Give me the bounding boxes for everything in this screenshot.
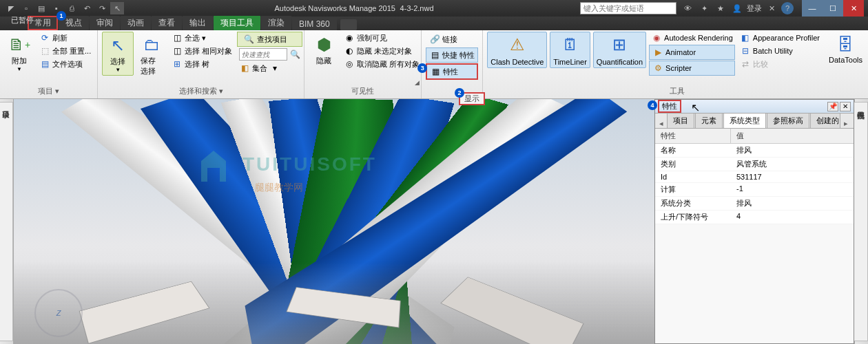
sets-button[interactable]: ◧集合▾: [237, 62, 302, 74]
panel-pin-icon[interactable]: 📌: [827, 102, 838, 111]
save-sel-icon: 🗀: [141, 34, 163, 56]
binoculars-icon[interactable]: 👁: [681, 2, 694, 14]
save-selection-button[interactable]: 🗀 保存选择: [136, 32, 167, 78]
select-same-button[interactable]: ◫选择 相同对象: [169, 45, 234, 57]
compare-button[interactable]: ⇄比较: [738, 58, 822, 70]
prop-tab-element[interactable]: 元素: [695, 113, 723, 128]
appear-icon: ◧: [740, 32, 751, 43]
reset-all-button[interactable]: ⬚全部 重置...: [37, 45, 93, 57]
links-button[interactable]: 🔗链接: [426, 32, 478, 47]
new-icon[interactable]: ▫: [19, 2, 33, 14]
side-tab-savedviews[interactable]: 保存的视点: [854, 102, 868, 341]
tab-output[interactable]: 输出: [183, 16, 213, 30]
tab-animation[interactable]: 动画: [121, 16, 151, 30]
quick-props-button[interactable]: ▤快捷 特性: [426, 47, 478, 63]
quantification-button[interactable]: ⊞Quantification: [593, 32, 646, 68]
ribbon: 🗎+ 附加▼ ⟳刷新 ⬚全部 重置... ▤文件选项 项目 ▾ ↖ 选择▼ 🗀 …: [0, 30, 868, 99]
title-bar: ◤ ▫ ▤ ▪ ⎙ ↶ ↷ ↖ Autodesk Navisworks Mana…: [0, 0, 868, 17]
rendering-button[interactable]: ◉Autodesk Rendering: [649, 32, 735, 44]
unhide-all-button[interactable]: ◎取消隐藏 所有对象: [342, 58, 422, 70]
animator-button[interactable]: ▶Animator: [649, 45, 735, 60]
vis-expand-icon[interactable]: ◢: [415, 79, 420, 86]
hide-button[interactable]: ⬢ 隐藏: [309, 32, 339, 68]
ribbon-group-project: 🗎+ 附加▼ ⟳刷新 ⬚全部 重置... ▤文件选项 项目 ▾: [0, 30, 98, 98]
refresh-button[interactable]: ⟳刷新: [37, 32, 93, 44]
selection-tree-button[interactable]: ⊞选择 树: [169, 58, 234, 70]
right-side-strip: 保存的视点: [854, 99, 868, 344]
user-icon[interactable]: 👤: [730, 2, 744, 14]
hide-icon: ⬢: [313, 34, 335, 56]
quant-icon: ⊞: [608, 34, 630, 56]
ribbon-group-visibility: ⬢ 隐藏 ◉强制可见 ◐隐藏 未选定对象 ◎取消隐藏 所有对象 可见性 ◢: [304, 30, 422, 98]
star-icon[interactable]: ★: [714, 2, 727, 14]
ribbon-group-select: ↖ 选择▼ 🗀 保存选择 ◫全选 ▾ ◫选择 相同对象 ⊞选择 树 🔍查找项目 …: [98, 30, 304, 98]
require-button[interactable]: ◉强制可见: [342, 32, 422, 44]
key-icon[interactable]: ✦: [697, 2, 711, 14]
require-icon: ◉: [344, 32, 355, 43]
prop-row[interactable]: 上升/下降符号4: [655, 211, 854, 224]
login-label[interactable]: 登录: [747, 3, 762, 14]
prop-row[interactable]: 系统分类排风: [655, 197, 854, 211]
tab-render[interactable]: 渲染: [261, 16, 291, 30]
appearance-profiler-button[interactable]: ◧Appearance Profiler: [738, 32, 822, 44]
batch-icon: ⊟: [740, 45, 751, 56]
hide-unselected-button[interactable]: ◐隐藏 未选定对象: [342, 45, 422, 57]
datatools-icon: 🗄: [834, 34, 856, 56]
window-title: Autodesk Navisworks Manage 2015 4-3-2.nw…: [128, 3, 580, 13]
tab-bim360[interactable]: BIM 360: [292, 18, 337, 30]
scripter-button[interactable]: ⚙Scripter: [649, 61, 735, 76]
refresh-icon: ⟳: [39, 32, 50, 43]
help-icon[interactable]: ?: [781, 2, 794, 14]
properties-panel: 特性 ↖ 📌 ✕ ◂ 项目 元素 系统类型 参照标高 创建的 ▸ 特性值 名称排…: [654, 99, 854, 344]
append-button[interactable]: 🗎+ 附加▼: [4, 32, 34, 74]
minimize-button[interactable]: —: [802, 0, 823, 17]
prop-row[interactable]: Id531117: [655, 171, 854, 183]
animator-icon: ▶: [652, 47, 663, 58]
prop-tab-systemtype[interactable]: 系统类型: [723, 113, 766, 128]
selall-icon: ◫: [172, 32, 183, 43]
scripter-icon: ⚙: [652, 63, 663, 74]
undo-icon[interactable]: ↶: [80, 2, 94, 14]
find-items-button[interactable]: 🔍查找项目: [237, 32, 302, 47]
timeliner-button[interactable]: 🗓TimeLiner: [550, 32, 590, 68]
tab-scroll-left[interactable]: ◂: [657, 119, 666, 128]
search-go-icon[interactable]: 🔍: [289, 49, 300, 60]
prop-header-row: 特性值: [655, 129, 854, 144]
sets-icon: ◧: [239, 63, 250, 74]
pointer-icon[interactable]: ↖: [110, 2, 124, 14]
tab-review[interactable]: 审阅: [90, 16, 120, 30]
tab-scroll-right[interactable]: ▸: [841, 119, 851, 128]
prop-row[interactable]: 类别风管系统: [655, 158, 854, 171]
datatools-button[interactable]: 🗄DataTools: [825, 32, 867, 66]
properties-button[interactable]: ▦特性: [426, 63, 478, 80]
ribbon-group-tools: ⚠Clash Detective 🗓TimeLiner ⊞Quantificat…: [483, 30, 868, 98]
tree-icon: ⊞: [172, 58, 183, 69]
app-menu-icon[interactable]: ◤: [4, 2, 18, 14]
side-tab-tree[interactable]: 项目目录: [0, 102, 13, 341]
select-all-button[interactable]: ◫全选 ▾: [169, 32, 234, 44]
keyword-search-input[interactable]: [580, 2, 676, 14]
file-options-button[interactable]: ▤文件选项: [37, 58, 93, 70]
prop-tab-created[interactable]: 创建的: [810, 113, 840, 128]
compass[interactable]: Z: [34, 289, 83, 337]
prop-row[interactable]: 计算-1: [655, 183, 854, 197]
prop-row[interactable]: 名称排风: [655, 144, 854, 158]
open-icon[interactable]: ▤: [34, 2, 48, 14]
prop-tab-reflevel[interactable]: 参照标高: [767, 113, 809, 128]
print-icon[interactable]: ⎙: [65, 2, 79, 14]
properties-title-label: 特性: [658, 100, 681, 113]
properties-titlebar[interactable]: 特性 ↖ 📌 ✕: [655, 100, 854, 114]
quick-find-input[interactable]: [239, 48, 287, 61]
maximize-button[interactable]: ☐: [823, 0, 843, 17]
tab-view[interactable]: 查看: [152, 16, 182, 30]
tab-item-tools[interactable]: 项目工具: [214, 16, 260, 30]
select-button[interactable]: ↖ 选择▼: [102, 32, 134, 76]
redo-icon[interactable]: ↷: [95, 2, 109, 14]
clash-button[interactable]: ⚠Clash Detective: [487, 32, 547, 68]
prop-tab-item[interactable]: 项目: [667, 113, 694, 128]
panel-close-button[interactable]: ✕: [840, 102, 851, 111]
tab-overflow[interactable]: [340, 19, 357, 30]
batch-utility-button[interactable]: ⊟Batch Utility: [738, 45, 822, 57]
close-button[interactable]: ✕: [843, 0, 864, 17]
exchange-icon[interactable]: ✕: [765, 2, 778, 14]
